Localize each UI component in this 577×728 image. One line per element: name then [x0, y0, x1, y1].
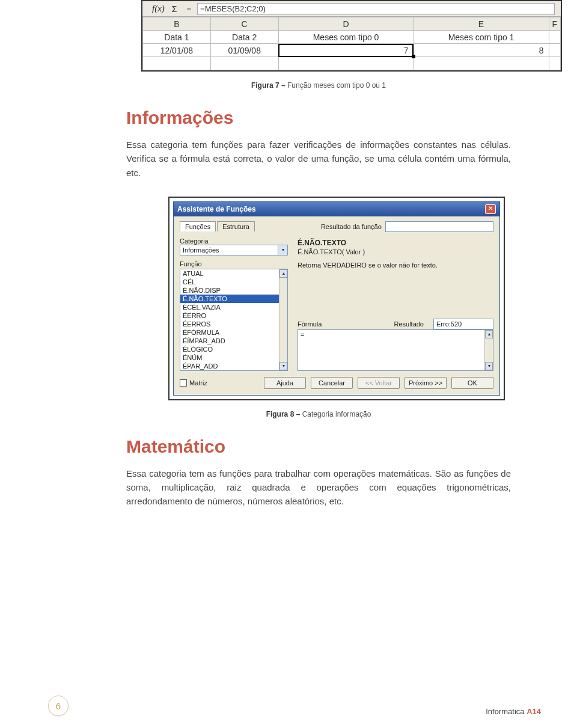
- function-name: É.NÃO.TEXTO: [298, 239, 493, 247]
- table-row: 12/01/08 01/09/08 7 8: [143, 44, 561, 57]
- categoria-label: Categoria: [180, 237, 288, 245]
- function-signature: É.NÃO.TEXTO( Valor ): [298, 248, 493, 255]
- sigma-icon[interactable]: Σ: [168, 4, 181, 14]
- formula-bar: f(x) Σ = =MESES(B2;C2;0): [142, 1, 561, 17]
- table-row: Data 1 Data 2 Meses com tipo 0 Meses com…: [143, 31, 561, 44]
- list-item[interactable]: ÉERRO: [180, 311, 287, 320]
- page-footer: 6 Informática A14: [48, 696, 541, 716]
- list-item[interactable]: ÉLÓGICO: [180, 345, 287, 353]
- matriz-checkbox[interactable]: Matriz: [180, 379, 207, 387]
- spreadsheet-grid[interactable]: B C D E F Data 1 Data 2 Meses com tipo 0…: [142, 17, 561, 70]
- scroll-down-icon[interactable]: ▾: [485, 362, 493, 370]
- list-item[interactable]: ÉFÓRMULA: [180, 328, 287, 337]
- col-B[interactable]: B: [143, 17, 211, 31]
- figure-caption-7: Figura 7 – Função meses com tipo 0 ou 1: [0, 81, 577, 90]
- result-label: Resultado da função: [321, 223, 382, 230]
- list-item[interactable]: ATUAL: [180, 269, 287, 278]
- section-heading-informacoes: Informações: [126, 108, 511, 128]
- formula-textarea[interactable]: = ▴ ▾: [298, 329, 493, 371]
- col-E[interactable]: E: [414, 17, 549, 31]
- col-C[interactable]: C: [210, 17, 278, 31]
- scrollbar[interactable]: ▴ ▾: [279, 269, 287, 370]
- categoria-combo[interactable]: Informações ▾: [180, 245, 288, 255]
- tab-funcoes[interactable]: Funções: [180, 221, 216, 231]
- table-row: [143, 57, 561, 70]
- course-code: A14: [527, 707, 541, 716]
- formula-input[interactable]: =MESES(B2;C2;0): [197, 3, 555, 15]
- tab-estrutura[interactable]: Estrutura: [217, 221, 255, 231]
- list-item[interactable]: ÉCÉL.VAZIA: [180, 303, 287, 311]
- section-text-matematico: Essa categoria tem as funções para traba…: [126, 466, 511, 509]
- dialog-title: Assistente de Funções: [177, 205, 256, 213]
- resultado-field: Erro:520: [433, 319, 493, 329]
- fx-icon[interactable]: f(x): [142, 4, 168, 14]
- list-item[interactable]: É.NÃO.TEXTO: [180, 295, 287, 303]
- course-name: Informática: [486, 707, 524, 716]
- proximo-button[interactable]: Próximo >>: [405, 377, 447, 389]
- ajuda-button[interactable]: Ajuda: [264, 377, 306, 389]
- section-text-informacoes: Essa categoria tem funções para fazer ve…: [126, 138, 511, 180]
- list-item[interactable]: ÉERROS: [180, 320, 287, 328]
- col-F[interactable]: F: [549, 17, 560, 31]
- figure-caption-8: Figura 8 – Categoria informação: [0, 410, 577, 418]
- scroll-up-icon[interactable]: ▴: [485, 330, 493, 338]
- col-headers: B C D E F: [143, 17, 561, 31]
- ok-button[interactable]: OK: [451, 377, 493, 389]
- list-item[interactable]: ÉÍMPAR_ADD: [180, 337, 287, 345]
- function-wizard-screenshot: Assistente de Funções ✕ Funções Estrutur…: [168, 197, 505, 400]
- function-description: Retorna VERDADEIRO se o valor não for te…: [298, 262, 493, 269]
- funcao-label: Função: [180, 260, 288, 268]
- cancelar-button[interactable]: Cancelar: [311, 377, 353, 389]
- fill-handle[interactable]: [412, 55, 415, 58]
- function-wizard-dialog: Assistente de Funções ✕ Funções Estrutur…: [173, 201, 500, 396]
- scroll-down-icon[interactable]: ▾: [279, 362, 287, 370]
- chevron-down-icon[interactable]: ▾: [278, 245, 287, 255]
- formula-label: Fórmula: [298, 320, 384, 328]
- close-icon[interactable]: ✕: [485, 204, 496, 214]
- dialog-titlebar[interactable]: Assistente de Funções ✕: [174, 202, 499, 216]
- list-item[interactable]: ÉPAR_ADD: [180, 362, 287, 370]
- resultado-label: Resultado: [394, 320, 424, 328]
- list-item[interactable]: É.NÃO.DISP: [180, 286, 287, 295]
- list-item[interactable]: ÉNÚM: [180, 353, 287, 362]
- list-item[interactable]: ÉREF: [180, 370, 287, 371]
- spreadsheet-screenshot: f(x) Σ = =MESES(B2;C2;0) B C D E F Data …: [141, 0, 562, 72]
- voltar-button[interactable]: << Voltar: [358, 377, 400, 389]
- section-heading-matematico: Matemático: [126, 436, 511, 457]
- equals-icon[interactable]: =: [180, 4, 197, 13]
- list-item[interactable]: CÉL: [180, 278, 287, 286]
- function-listbox[interactable]: ATUAL CÉL É.NÃO.DISP É.NÃO.TEXTO ÉCÉL.VA…: [180, 269, 288, 371]
- scroll-up-icon[interactable]: ▴: [279, 269, 287, 278]
- scrollbar[interactable]: ▴ ▾: [484, 330, 493, 370]
- selected-cell[interactable]: 7: [278, 44, 414, 57]
- checkbox-icon[interactable]: [180, 379, 187, 387]
- result-field: [385, 221, 493, 232]
- col-D[interactable]: D: [278, 17, 414, 31]
- page-number: 6: [48, 696, 69, 716]
